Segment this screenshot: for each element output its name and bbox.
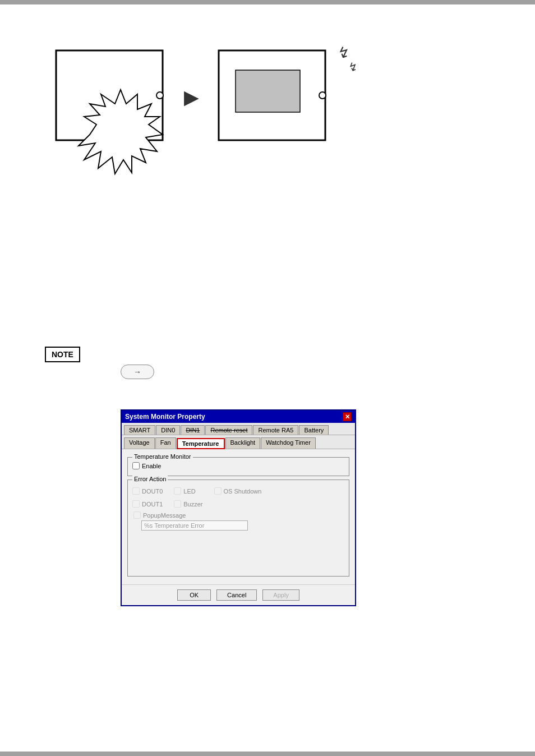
dout0-row: DOUT0 [132,487,163,495]
enable-row: Enable [132,462,344,469]
dout1-checkbox[interactable] [132,500,140,508]
popup-message-row: PopupMessage [133,511,344,519]
svg-point-6 [319,92,326,99]
enable-checkbox[interactable] [132,462,140,469]
tab-battery[interactable]: Battery [299,425,329,435]
dialog-titlebar: System Monitor Property ✕ [122,411,355,423]
tab-fan[interactable]: Fan [155,437,176,449]
tab-backlight[interactable]: Backlight [225,437,261,449]
popup-text-row [141,520,344,531]
tab-watchdog-timer[interactable]: Watchdog Timer [261,437,316,449]
enable-label: Enable [142,463,161,469]
dialog-close-button[interactable]: ✕ [343,412,352,421]
dout0-label: DOUT0 [142,488,163,495]
cancel-button[interactable]: Cancel [216,589,257,601]
tab-temperature[interactable]: Temperature [177,438,225,449]
ok-button[interactable]: OK [177,589,211,601]
top-decorative-bar [0,0,535,4]
note-text: NOTE [52,350,73,359]
tab-remote-reset[interactable]: Remote reset [205,425,252,435]
dialog-tabs-row2: Voltage Fan Temperature Backlight Watchd… [122,435,355,449]
apply-button[interactable]: Apply [262,589,299,601]
svg-text:↯: ↯ [347,60,359,74]
popup-message-checkbox[interactable] [133,511,141,519]
popup-message-label: PopupMessage [143,512,186,519]
dout0-checkbox[interactable] [132,487,140,495]
tab-din1[interactable]: DIN1 [181,425,205,435]
dialog-title: System Monitor Property [125,413,205,421]
close-icon: ✕ [345,413,350,421]
tab-remote-ra5[interactable]: Remote RA5 [253,425,298,435]
bottom-decorative-bar [0,752,535,756]
error-action-group: Error Action DOUT0 DOUT1 LED [127,480,349,577]
arrow-button[interactable]: → [121,365,154,379]
empty-space [132,532,344,571]
buzzer-checkbox[interactable] [174,500,181,508]
diagram-illustration: ▶ ↯ ↯ [34,34,404,191]
temperature-monitor-group: Temperature Monitor Enable [127,457,349,476]
temperature-monitor-title: Temperature Monitor [132,453,193,460]
popup-text-input[interactable] [141,520,248,531]
arrow-icon: → [133,367,141,376]
dout1-label: DOUT1 [142,501,163,508]
svg-rect-5 [236,70,300,112]
led-label: LED [183,488,195,495]
led-checkbox[interactable] [174,487,181,495]
os-shutdown-row: OS Shutdown [214,487,262,495]
tab-din0[interactable]: DIN0 [156,425,180,435]
system-monitor-dialog: System Monitor Property ✕ SMART DIN0 DIN… [121,409,356,606]
tab-smart[interactable]: SMART [124,425,155,435]
led-row: LED [174,487,202,495]
buzzer-row: Buzzer [174,500,202,508]
note-label-box: NOTE [45,347,80,362]
error-action-title: Error Action [132,476,168,482]
svg-point-1 [156,92,163,99]
tab-voltage[interactable]: Voltage [124,437,155,449]
os-shutdown-label: OS Shutdown [224,488,262,495]
dialog-button-row: OK Cancel Apply [122,584,355,605]
buzzer-label: Buzzer [183,501,202,508]
dout1-row: DOUT1 [132,500,163,508]
svg-text:▶: ▶ [184,87,199,108]
dialog-tabs-row1: SMART DIN0 DIN1 Remote reset Remote RA5 … [122,423,355,435]
dialog-content: Temperature Monitor Enable Error Action … [122,449,355,584]
os-shutdown-checkbox[interactable] [214,487,222,495]
